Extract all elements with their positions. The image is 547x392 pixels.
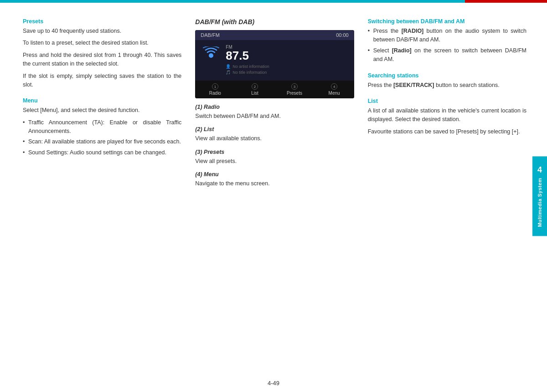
btn-num-1: 1 xyxy=(212,83,218,90)
page-number: 4-49 xyxy=(268,380,279,387)
switching-bullet-1: Press the [RADIO] button on the audio sy… xyxy=(368,27,526,45)
item1-text: Switch between DAB/FM and AM. xyxy=(195,112,354,121)
footer-list: 2 List xyxy=(235,81,274,98)
item3-text: View all presets. xyxy=(195,157,354,166)
presets-p4: If the slot is empty, simply selecting s… xyxy=(23,72,181,90)
svg-point-0 xyxy=(209,53,213,58)
menu-intro: Select [Menu], and select the desired fu… xyxy=(23,106,181,115)
bullet-ta: Traffic Announcement (TA): Enable or dis… xyxy=(23,118,181,136)
frequency-display: 87.5 xyxy=(226,49,347,63)
footer-menu: 4 Menu xyxy=(315,81,354,98)
presets-p2: To listen to a preset, select the desire… xyxy=(23,39,181,47)
list-p2: Favourite stations can be saved to [Pres… xyxy=(368,127,526,136)
presets-p1: Save up to 40 frequently used stations. xyxy=(23,27,181,36)
screen-body: FM 87.5 👤 No artist information 🎵 No tit… xyxy=(195,40,354,77)
radio-screen-bold: [Radio] xyxy=(392,47,412,54)
left-column: Presets Save up to 40 frequently used st… xyxy=(23,14,181,369)
btn-num-4: 4 xyxy=(331,83,337,90)
side-tab: 4 Multimedia System xyxy=(532,156,547,236)
screen-label: DAB/FM xyxy=(201,32,220,38)
btn-num-3: 3 xyxy=(291,83,298,90)
presets-title: Presets xyxy=(23,18,181,25)
bullet-sound: Sound Settings: Audio sound settings can… xyxy=(23,148,181,157)
btn-label-list: List xyxy=(235,91,274,96)
switching-title: Switching between DAB/FM and AM xyxy=(368,18,526,25)
dab-screen: DAB/FM 00:00 xyxy=(195,30,354,98)
artist-text: No artist information xyxy=(232,64,269,69)
right-column: Switching between DAB/FM and AM Press th… xyxy=(368,14,526,369)
screen-header: DAB/FM 00:00 xyxy=(195,30,354,40)
title-info: 🎵 No title information xyxy=(226,70,347,75)
main-content: Presets Save up to 40 frequently used st… xyxy=(23,14,526,369)
radio-wave-icon xyxy=(202,46,220,66)
footer-radio: 1 Radio xyxy=(195,81,235,98)
item2-text: View all available stations. xyxy=(195,134,354,143)
screen-time: 00:00 xyxy=(336,32,349,38)
item4-heading: (4) Menu xyxy=(195,171,354,178)
menu-title: Menu xyxy=(23,97,181,104)
btn-label-presets: Presets xyxy=(274,91,314,96)
presets-p3: Press and hold the desired slot from 1 t… xyxy=(23,51,181,69)
seek-track-bold: [SEEK/TRACK] xyxy=(393,82,434,88)
artist-info: 👤 No artist information xyxy=(226,64,347,69)
bottom-bar: 4-49 xyxy=(0,374,547,392)
item2-heading: (2) List xyxy=(195,126,354,132)
list-p1: A list of all available stations in the … xyxy=(368,107,526,124)
btn-label-radio: Radio xyxy=(195,91,235,96)
searching-text: Press the [SEEK/TRACK] button to search … xyxy=(368,81,526,90)
list-title: List xyxy=(368,98,526,104)
person-icon: 👤 xyxy=(226,64,231,69)
btn-label-menu: Menu xyxy=(315,91,354,96)
searching-title: Searching stations xyxy=(368,72,526,79)
switching-bullets: Press the [RADIO] button on the audio sy… xyxy=(368,27,526,64)
music-icon: 🎵 xyxy=(226,70,231,75)
bullet-scan: Scan: All available stations are played … xyxy=(23,137,181,146)
footer-presets: 3 Presets xyxy=(274,81,314,98)
side-tab-number: 4 xyxy=(537,165,542,175)
top-bar xyxy=(0,0,547,3)
item1-heading: (1) Radio xyxy=(195,104,354,110)
switching-bullet-2: Select [Radio] on the screen to switch b… xyxy=(368,46,526,64)
item4-text: Navigate to the menu screen. xyxy=(195,179,354,188)
menu-bullets: Traffic Announcement (TA): Enable or dis… xyxy=(23,118,181,158)
middle-column: DAB/FM (with DAB) DAB/FM 00:00 xyxy=(195,14,354,369)
btn-num-2: 2 xyxy=(252,83,258,90)
side-tab-text: Multimedia System xyxy=(537,178,542,227)
screen-footer: 1 Radio 2 List 3 Presets 4 Menu xyxy=(195,81,354,98)
title-text: No title information xyxy=(232,70,267,75)
dab-main-title: DAB/FM (with DAB) xyxy=(195,18,354,25)
radio-bold: [RADIO] xyxy=(402,28,424,34)
item3-heading: (3) Presets xyxy=(195,149,354,155)
